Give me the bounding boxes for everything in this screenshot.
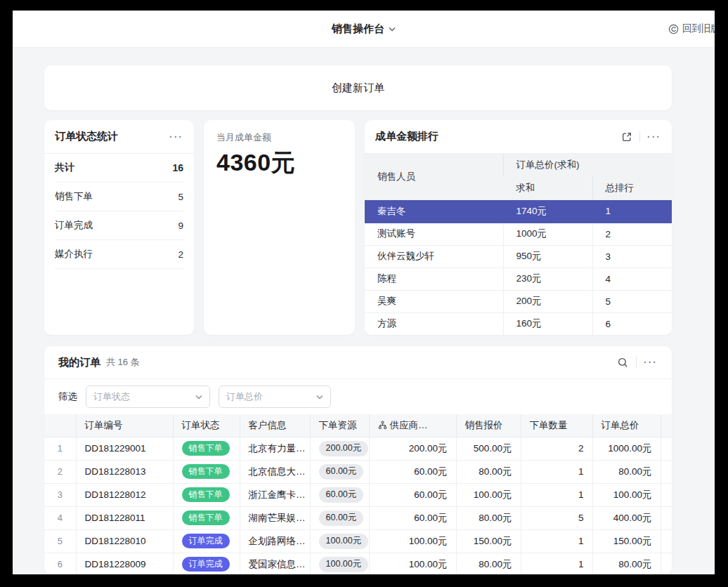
page-title: 销售操作台 xyxy=(332,22,384,36)
my-orders-card: 我的订单 共 16 条 ··· 筛选 订单状态 xyxy=(44,346,672,574)
resource-amount-pill: 100.00元 xyxy=(319,557,369,572)
ranking-col-group: 订单总价(求和) xyxy=(503,154,672,176)
filter-row: 筛选 订单状态 订单总价 xyxy=(44,379,672,414)
order-row-number: 1 xyxy=(44,437,76,460)
order-row[interactable]: 5 DD181228010 订单完成 企划路网络… 100.00元 100.00… xyxy=(44,529,672,553)
ranking-rank-value: 1 xyxy=(592,200,672,223)
order-resource-cell: 100.00元 xyxy=(310,529,369,553)
order-total-filter-select[interactable]: 订单总价 xyxy=(219,385,331,408)
col-order-status[interactable]: 订单状态 xyxy=(173,414,240,437)
ranking-card-header: 成单金额排行 ··· xyxy=(365,120,672,154)
status-value: 9 xyxy=(178,220,183,231)
ranking-table-body: 秦吉冬 1740元 1 测试账号 1000元 2 伙伴云魏少轩 950元 3 陈… xyxy=(365,200,672,335)
status-label: 销售下单 xyxy=(55,190,93,203)
col-order-number[interactable]: 订单编号 xyxy=(76,414,173,437)
order-number-cell: DD181228009 xyxy=(76,553,173,574)
orders-count: 共 16 条 xyxy=(106,356,140,369)
app-window: 销售操作台 回到旧版 创建新订单 订单状态统计 xyxy=(13,11,715,574)
orders-title: 我的订单 xyxy=(58,356,100,369)
order-status-stats-card: 订单状态统计 ··· 共计 16 销售下单 5 订单完成 9 xyxy=(44,120,194,335)
supplier-amount-cell: 60.00元 xyxy=(369,483,456,506)
filler-cell xyxy=(661,529,672,553)
chevron-down-icon xyxy=(316,395,323,400)
more-menu-icon[interactable]: ··· xyxy=(169,131,183,143)
ranking-sum-value: 1000元 xyxy=(503,223,592,245)
order-status-badge: 销售下单 xyxy=(182,510,230,525)
customer-info-cell: 浙江金鹰卡… xyxy=(240,483,310,506)
ranking-col-sum: 求和 xyxy=(503,176,592,200)
order-row[interactable]: 6 DD181228009 订单完成 爱国家信息… 100.00元 100.00… xyxy=(44,553,672,574)
monthly-amount-card: 当月成单金额 4360元 xyxy=(204,120,355,335)
order-row[interactable]: 1 DD181229001 销售下单 北京有力量… 200.00元 200.00… xyxy=(44,437,672,460)
status-row-media-exec[interactable]: 媒介执行 2 xyxy=(55,240,183,269)
order-total-cell: 80.00元 xyxy=(592,553,661,574)
order-status-badge: 销售下单 xyxy=(182,487,230,502)
col-order-total[interactable]: 订单总价 xyxy=(592,414,661,437)
ranking-row[interactable]: 方源 160元 6 xyxy=(365,312,672,335)
page-content: 创建新订单 订单状态统计 ··· 共计 16 销售下单 5 xyxy=(13,48,715,574)
more-menu-icon[interactable]: ··· xyxy=(647,131,661,143)
sales-quote-cell: 80.00元 xyxy=(456,506,521,529)
order-status-cell: 销售下单 xyxy=(173,437,240,460)
order-row-number: 6 xyxy=(44,553,76,574)
ranking-sum-value: 200元 xyxy=(503,290,592,312)
supplier-amount-cell: 100.00元 xyxy=(369,553,456,574)
order-number-cell: DD181228010 xyxy=(76,529,173,553)
order-total-cell: 80.00元 xyxy=(592,460,661,483)
resource-amount-pill: 100.00元 xyxy=(319,534,369,549)
order-status-cell: 销售下单 xyxy=(173,506,240,529)
ranking-row[interactable]: 吴爽 200元 5 xyxy=(365,290,672,312)
status-row-order-complete[interactable]: 订单完成 9 xyxy=(55,211,183,240)
orders-table-body: 1 DD181229001 销售下单 北京有力量… 200.00元 200.00… xyxy=(44,437,672,574)
dashboard-title-dropdown[interactable]: 销售操作台 xyxy=(332,22,396,36)
col-supplier[interactable]: 供应商… xyxy=(369,414,456,437)
order-status-filter-select[interactable]: 订单状态 xyxy=(86,385,210,408)
search-icon[interactable] xyxy=(617,357,629,369)
order-status-cell: 订单完成 xyxy=(173,529,240,553)
order-status-badge: 订单完成 xyxy=(182,534,230,548)
filler-cell xyxy=(661,483,672,506)
filter-placeholder: 订单状态 xyxy=(93,390,130,403)
divider xyxy=(636,357,637,368)
ranking-row[interactable]: 陈程 230元 4 xyxy=(365,268,672,290)
ranking-row[interactable]: 测试账号 1000元 2 xyxy=(365,223,672,245)
ranking-person-name: 吴爽 xyxy=(365,290,503,312)
status-row-total[interactable]: 共计 16 xyxy=(55,154,183,183)
col-customer-info[interactable]: 客户信息 xyxy=(240,414,310,437)
status-label: 订单完成 xyxy=(55,219,93,232)
quantity-cell: 1 xyxy=(521,460,592,483)
ranking-row[interactable]: 伙伴云魏少轩 950元 3 xyxy=(365,245,672,268)
col-sales-quote[interactable]: 销售报价 xyxy=(456,414,521,437)
order-total-cell: 150.00元 xyxy=(592,529,661,553)
supplier-amount-cell: 100.00元 xyxy=(369,529,456,553)
status-label: 媒介执行 xyxy=(55,248,93,260)
order-number-cell: DD181228013 xyxy=(76,460,173,483)
orders-table: 订单编号 订单状态 客户信息 下单资源 xyxy=(44,414,672,574)
ranking-sum-value: 1740元 xyxy=(503,200,592,223)
back-to-old-version-button[interactable]: 回到旧版 xyxy=(668,22,715,35)
order-row[interactable]: 4 DD181228011 销售下单 湖南芒果娱… 60.00元 60.00元 … xyxy=(44,506,672,529)
filler-column-header xyxy=(661,414,672,437)
create-order-button[interactable]: 创建新订单 xyxy=(44,65,672,110)
quantity-cell: 5 xyxy=(521,506,592,529)
customer-info-cell: 北京信息大… xyxy=(240,460,310,483)
quantity-cell: 2 xyxy=(521,437,592,460)
supplier-amount-cell: 60.00元 xyxy=(369,460,456,483)
ranking-rank-value: 2 xyxy=(592,223,672,245)
more-menu-icon[interactable]: ··· xyxy=(644,357,658,368)
col-order-resource[interactable]: 下单资源 xyxy=(310,414,369,437)
customer-info-cell: 企划路网络… xyxy=(240,529,310,553)
export-icon[interactable] xyxy=(621,131,632,143)
order-total-cell: 100.00元 xyxy=(592,483,661,506)
sales-quote-cell: 80.00元 xyxy=(456,460,521,483)
col-order-quantity[interactable]: 下单数量 xyxy=(521,414,592,437)
order-total-cell: 400.00元 xyxy=(592,506,661,529)
order-resource-cell: 100.00元 xyxy=(310,553,369,574)
stat-cards-row: 订单状态统计 ··· 共计 16 销售下单 5 订单完成 9 xyxy=(44,120,672,335)
ranking-person-name: 秦吉冬 xyxy=(365,200,503,223)
ranking-row[interactable]: 秦吉冬 1740元 1 xyxy=(365,200,672,223)
status-row-sales-order[interactable]: 销售下单 5 xyxy=(55,183,183,211)
order-row[interactable]: 3 DD181228012 销售下单 浙江金鹰卡… 60.00元 60.00元 … xyxy=(44,483,672,506)
ranking-person-name: 陈程 xyxy=(365,268,503,290)
order-row[interactable]: 2 DD181228013 销售下单 北京信息大… 60.00元 60.00元 … xyxy=(44,460,672,483)
